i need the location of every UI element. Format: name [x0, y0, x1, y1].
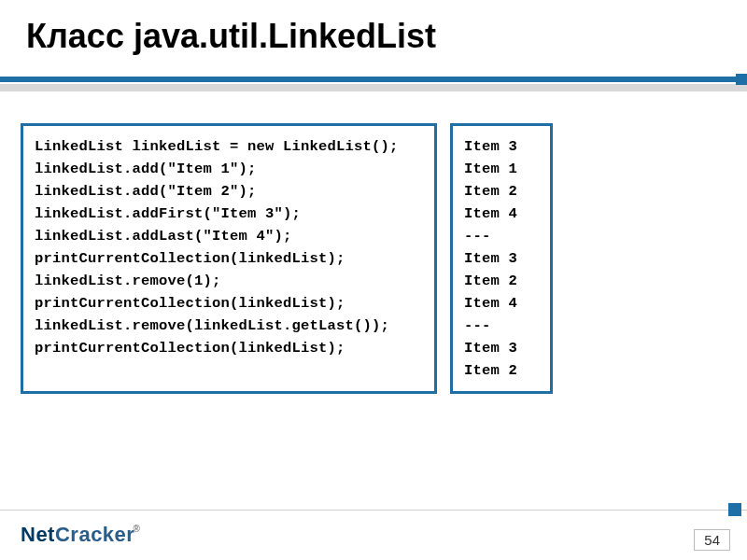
- code-line: printCurrentCollection(linkedList);: [35, 292, 423, 315]
- brand-logo: NetCracker®: [21, 523, 142, 547]
- code-line: printCurrentCollection(linkedList);: [35, 247, 423, 270]
- output-line: Item 2: [464, 270, 539, 292]
- code-line: linkedList.add("Item 2");: [35, 180, 423, 203]
- code-line: linkedList.remove(linkedList.getLast());: [35, 315, 423, 337]
- slide-title: Класс java.util.LinkedList: [0, 17, 747, 65]
- output-line: Item 2: [464, 359, 539, 382]
- footer-square-icon: [728, 503, 741, 516]
- code-block-output: Item 3 Item 1 Item 2 Item 4 --- Item 3 I…: [450, 123, 553, 394]
- content-row: LinkedList linkedList = new LinkedList()…: [0, 91, 747, 394]
- output-line: Item 1: [464, 158, 539, 180]
- output-line: Item 4: [464, 292, 539, 315]
- output-line: Item 3: [464, 337, 539, 359]
- output-line: Item 4: [464, 203, 539, 225]
- output-line: ---: [464, 315, 539, 337]
- output-line: Item 3: [464, 135, 539, 158]
- code-line: linkedList.addFirst("Item 3");: [35, 203, 423, 225]
- code-line: linkedList.remove(1);: [35, 270, 423, 292]
- divider-end-square: [736, 74, 747, 85]
- registered-icon: ®: [133, 524, 140, 534]
- page-number: 54: [694, 529, 730, 551]
- output-line: Item 2: [464, 180, 539, 203]
- footer: NetCracker® 54: [0, 510, 747, 560]
- slide: Класс java.util.LinkedList LinkedList li…: [0, 0, 747, 560]
- brand-part1: Net: [21, 523, 55, 546]
- divider-shadow: [0, 84, 747, 91]
- output-line: ---: [464, 225, 539, 247]
- code-block-source: LinkedList linkedList = new LinkedList()…: [21, 123, 437, 394]
- divider-bar: [0, 77, 747, 82]
- brand-part2: Cracker: [55, 523, 134, 546]
- output-line: Item 3: [464, 247, 539, 270]
- code-line: printCurrentCollection(linkedList);: [35, 337, 423, 359]
- code-line: linkedList.add("Item 1");: [35, 158, 423, 180]
- code-line: LinkedList linkedList = new LinkedList()…: [35, 135, 423, 158]
- code-line: linkedList.addLast("Item 4");: [35, 225, 423, 247]
